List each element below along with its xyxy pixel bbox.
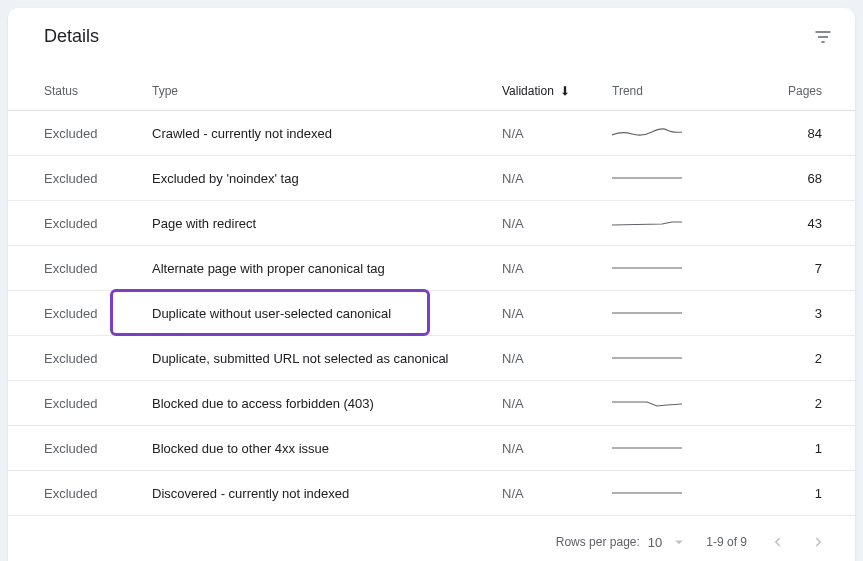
cell-status: Excluded	[44, 216, 152, 231]
chevron-right-icon	[810, 533, 828, 551]
table-row[interactable]: ExcludedBlocked due to access forbidden …	[8, 381, 855, 426]
table-row[interactable]: ExcludedDuplicate, submitted URL not sel…	[8, 336, 855, 381]
sparkline-icon	[612, 123, 682, 143]
cell-trend	[612, 483, 752, 503]
table-header-row: Status Type Validation Trend Pages	[8, 71, 855, 111]
cell-trend	[612, 258, 752, 278]
sparkline-icon	[612, 438, 682, 458]
cell-validation: N/A	[502, 351, 612, 366]
cell-status: Excluded	[44, 486, 152, 501]
prev-page-button[interactable]	[765, 530, 789, 554]
details-table: Status Type Validation Trend Pages Exclu…	[8, 71, 855, 516]
cell-pages: 84	[752, 126, 822, 141]
cell-pages: 3	[752, 306, 822, 321]
sparkline-icon	[612, 393, 682, 413]
col-header-trend[interactable]: Trend	[612, 84, 752, 98]
cell-status: Excluded	[44, 441, 152, 456]
col-header-pages[interactable]: Pages	[752, 84, 822, 98]
pagination-range: 1-9 of 9	[706, 535, 747, 549]
details-card: Details Status Type Validation Trend Pag…	[8, 8, 855, 561]
cell-status: Excluded	[44, 306, 152, 321]
card-title: Details	[44, 26, 99, 47]
table-row[interactable]: ExcludedDiscovered - currently not index…	[8, 471, 855, 516]
cell-type: Crawled - currently not indexed	[152, 126, 502, 141]
cell-type: Blocked due to other 4xx issue	[152, 441, 502, 456]
cell-validation: N/A	[502, 441, 612, 456]
cell-validation: N/A	[502, 306, 612, 321]
sparkline-icon	[612, 483, 682, 503]
sparkline-icon	[612, 348, 682, 368]
filter-icon[interactable]	[813, 27, 833, 47]
cell-validation: N/A	[502, 126, 612, 141]
table-row[interactable]: ExcludedCrawled - currently not indexedN…	[8, 111, 855, 156]
cell-validation: N/A	[502, 261, 612, 276]
cell-status: Excluded	[44, 126, 152, 141]
cell-type: Page with redirect	[152, 216, 502, 231]
table-row[interactable]: ExcludedBlocked due to other 4xx issueN/…	[8, 426, 855, 471]
cell-type: Alternate page with proper canonical tag	[152, 261, 502, 276]
sparkline-icon	[612, 168, 682, 188]
col-header-type[interactable]: Type	[152, 84, 502, 98]
cell-trend	[612, 393, 752, 413]
col-header-validation-label: Validation	[502, 84, 554, 98]
cell-trend	[612, 123, 752, 143]
cell-trend	[612, 213, 752, 233]
table-row[interactable]: ExcludedPage with redirectN/A43	[8, 201, 855, 246]
cell-type: Duplicate without user-selected canonica…	[152, 306, 502, 321]
dropdown-icon	[670, 533, 688, 551]
cell-type: Duplicate, submitted URL not selected as…	[152, 351, 502, 366]
cell-pages: 43	[752, 216, 822, 231]
cell-pages: 7	[752, 261, 822, 276]
cell-validation: N/A	[502, 216, 612, 231]
col-header-status[interactable]: Status	[44, 84, 152, 98]
cell-type: Blocked due to access forbidden (403)	[152, 396, 502, 411]
cell-status: Excluded	[44, 396, 152, 411]
table-body: ExcludedCrawled - currently not indexedN…	[8, 111, 855, 516]
rows-per-page-label: Rows per page:	[556, 535, 640, 549]
cell-status: Excluded	[44, 261, 152, 276]
sort-descending-icon	[558, 84, 572, 98]
cell-pages: 2	[752, 396, 822, 411]
pagination-footer: Rows per page: 10 1-9 of 9	[8, 516, 855, 561]
cell-pages: 1	[752, 486, 822, 501]
cell-trend	[612, 168, 752, 188]
table-row[interactable]: ExcludedExcluded by 'noindex' tagN/A68	[8, 156, 855, 201]
table-row[interactable]: ExcludedDuplicate without user-selected …	[8, 291, 855, 336]
cell-validation: N/A	[502, 171, 612, 186]
cell-type: Excluded by 'noindex' tag	[152, 171, 502, 186]
cell-pages: 1	[752, 441, 822, 456]
rows-per-page-value: 10	[648, 535, 662, 550]
cell-pages: 68	[752, 171, 822, 186]
sparkline-icon	[612, 213, 682, 233]
cell-status: Excluded	[44, 351, 152, 366]
table-row[interactable]: ExcludedAlternate page with proper canon…	[8, 246, 855, 291]
sparkline-icon	[612, 303, 682, 323]
cell-validation: N/A	[502, 396, 612, 411]
cell-trend	[612, 303, 752, 323]
cell-status: Excluded	[44, 171, 152, 186]
card-header: Details	[8, 8, 855, 71]
cell-pages: 2	[752, 351, 822, 366]
chevron-left-icon	[768, 533, 786, 551]
cell-type: Discovered - currently not indexed	[152, 486, 502, 501]
cell-trend	[612, 438, 752, 458]
cell-validation: N/A	[502, 486, 612, 501]
rows-per-page[interactable]: Rows per page: 10	[556, 533, 689, 551]
next-page-button[interactable]	[807, 530, 831, 554]
sparkline-icon	[612, 258, 682, 278]
col-header-validation[interactable]: Validation	[502, 84, 612, 98]
cell-trend	[612, 348, 752, 368]
